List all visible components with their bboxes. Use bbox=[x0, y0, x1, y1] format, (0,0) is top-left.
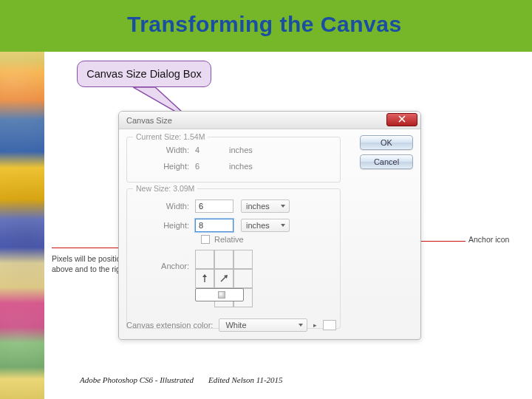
footer-right: Edited Nelson 11-2015 bbox=[208, 375, 283, 384]
current-height-value: 6 bbox=[195, 162, 229, 171]
anchor-label: Anchor: bbox=[127, 250, 195, 270]
arrow-up-icon bbox=[200, 273, 210, 284]
dialog-button-column: OK Cancel bbox=[360, 135, 413, 174]
decorative-left-strip bbox=[0, 0, 44, 399]
slide-footer: Adobe Photoshop CS6 - Illustrated Edited… bbox=[80, 375, 283, 384]
new-width-unit-select[interactable]: inches bbox=[241, 200, 290, 213]
slide: Transforming the Canvas Canvas Size Dial… bbox=[0, 0, 532, 399]
current-width-unit: inches bbox=[229, 146, 273, 154]
anchor-w[interactable] bbox=[195, 269, 214, 288]
anchor-row: Anchor: bbox=[127, 250, 340, 307]
current-size-group: Current Size: 1.54M Width: 4 inches Heig… bbox=[126, 137, 341, 183]
relative-label: Relative bbox=[214, 235, 244, 244]
relative-checkbox-row: Relative bbox=[201, 235, 340, 244]
anchor-selected-icon bbox=[218, 291, 225, 299]
new-size-title: New Size: 3.09M bbox=[133, 184, 197, 193]
dialog-screenshot: Canvas Size OK Cancel Current Size: 1.54… bbox=[118, 111, 421, 340]
close-button[interactable] bbox=[386, 113, 417, 126]
cancel-button[interactable]: Cancel bbox=[360, 154, 413, 169]
footer-left: Adobe Photoshop CS6 - Illustrated bbox=[80, 375, 194, 384]
current-height-unit: inches bbox=[229, 162, 273, 171]
anchor-ne[interactable] bbox=[233, 250, 253, 269]
anchor-nw[interactable] bbox=[195, 250, 214, 269]
callout-text: Canvas Size Dialog Box bbox=[86, 68, 202, 80]
new-height-input[interactable] bbox=[195, 219, 233, 232]
anchor-n[interactable] bbox=[214, 250, 233, 269]
anchor-c[interactable] bbox=[214, 269, 233, 288]
current-width-value: 4 bbox=[195, 146, 229, 154]
current-height-label: Height: bbox=[127, 162, 195, 171]
dialog-titlebar: Canvas Size bbox=[119, 112, 420, 129]
chevron-down-icon bbox=[299, 324, 303, 327]
slide-title: Transforming the Canvas bbox=[127, 12, 402, 37]
new-height-unit-select[interactable]: inches bbox=[241, 219, 290, 232]
extension-color-select[interactable]: White bbox=[219, 318, 307, 332]
current-width-label: Width: bbox=[127, 146, 195, 154]
callout-bubble: Canvas Size Dialog Box bbox=[77, 61, 211, 87]
new-size-group: New Size: 3.09M Width: inches Height: bbox=[126, 188, 341, 329]
svg-marker-2 bbox=[202, 274, 207, 277]
new-width-unit-value: inches bbox=[246, 202, 270, 211]
new-height-label: Height: bbox=[127, 221, 195, 230]
extension-color-value: White bbox=[225, 321, 246, 330]
extension-color-label: Canvas extension color: bbox=[126, 321, 213, 330]
extension-color-row: Canvas extension color: White ▸ bbox=[126, 318, 336, 332]
new-width-input[interactable] bbox=[195, 200, 233, 213]
close-icon bbox=[398, 115, 406, 124]
chevron-down-icon bbox=[281, 205, 285, 208]
dialog-title: Canvas Size bbox=[126, 116, 172, 125]
anchor-sw[interactable] bbox=[195, 288, 244, 301]
anchor-e[interactable] bbox=[233, 269, 253, 288]
chevron-down-icon bbox=[281, 224, 285, 227]
extension-color-swatch[interactable] bbox=[323, 320, 336, 330]
new-height-unit-value: inches bbox=[246, 221, 270, 230]
canvas-size-dialog: Canvas Size OK Cancel Current Size: 1.54… bbox=[118, 111, 421, 340]
current-size-title: Current Size: 1.54M bbox=[133, 132, 208, 141]
arrow-upright-icon bbox=[219, 273, 229, 284]
annotation-right: Anchor icon bbox=[468, 235, 509, 244]
new-width-label: Width: bbox=[127, 202, 195, 211]
svg-line-3 bbox=[221, 276, 226, 282]
ok-button[interactable]: OK bbox=[360, 135, 413, 150]
dialog-body: OK Cancel Current Size: 1.54M Width: 4 i… bbox=[119, 129, 420, 339]
anchor-grid[interactable] bbox=[195, 250, 253, 307]
triangle-right-icon: ▸ bbox=[313, 321, 317, 329]
relative-checkbox[interactable] bbox=[201, 235, 210, 244]
